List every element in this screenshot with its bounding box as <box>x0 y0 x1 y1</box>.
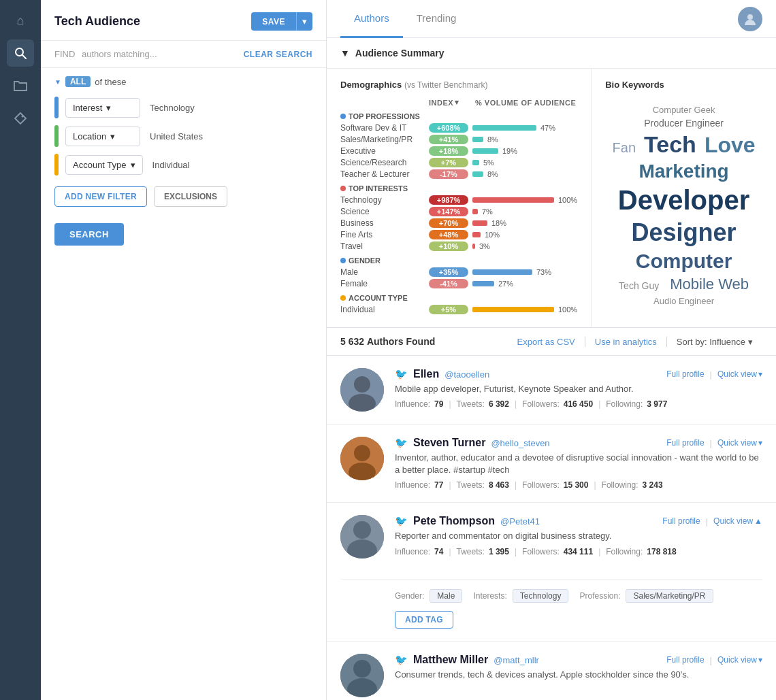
followers-val-ellen: 416 450 <box>564 399 593 409</box>
svg-point-2 <box>22 116 24 118</box>
tab-authors[interactable]: Authors <box>340 0 403 38</box>
svg-point-8 <box>354 445 370 461</box>
user-avatar[interactable] <box>738 7 762 31</box>
index-sort-icon[interactable]: ▾ <box>455 98 459 107</box>
sort-arrow-icon: ▾ <box>748 337 753 347</box>
sort-by-button[interactable]: Sort by: Influence ▾ <box>667 337 762 347</box>
pete-tag-row: Gender: Male Interests: Technology Profe… <box>395 589 762 603</box>
author-card-ellen: 🐦 Ellen @taooellen Full profile | Quick … <box>327 356 776 424</box>
gender-label-pete: Gender: <box>395 591 424 601</box>
divider-matthew: | <box>710 655 712 665</box>
nav-search-icon[interactable] <box>7 39 34 67</box>
demo-name-male: Male <box>340 267 429 277</box>
add-tag-button-pete[interactable]: ADD TAG <box>395 611 453 629</box>
bio-keywords-panel: Bio Keywords Computer Geek Producer Engi… <box>592 69 776 327</box>
full-profile-matthew[interactable]: Full profile <box>666 655 704 665</box>
full-profile-ellen[interactable]: Full profile <box>666 369 704 379</box>
content-area: ▼ Audience Summary Demographics (vs Twit… <box>327 38 776 700</box>
nav-home-icon[interactable]: ⌂ <box>7 7 34 34</box>
bar-fill-sales <box>472 137 483 142</box>
quick-view-pete[interactable]: Quick view ▲ <box>713 516 762 526</box>
word-audio-engineer: Audio Engineer <box>605 296 762 306</box>
search-button[interactable]: SEARCH <box>54 223 124 246</box>
demo-name-travel: Travel <box>340 241 429 251</box>
quick-view-matthew[interactable]: Quick view ▾ <box>717 655 762 665</box>
find-placeholder: authors matching... <box>82 49 157 59</box>
twitter-icon-pete: 🐦 <box>395 515 408 527</box>
dot-interests <box>340 186 346 191</box>
svg-point-5 <box>354 376 370 393</box>
bar-sales: 8% <box>472 135 498 144</box>
svg-point-11 <box>353 521 371 539</box>
section-account-type: ACCOUNT TYPE <box>340 294 577 302</box>
author-info-ellen: 🐦 Ellen @taooellen Full profile | Quick … <box>395 368 762 412</box>
vol-col-header: % VOLUME OF AUDIENCE <box>475 99 576 107</box>
influence-val-pete: 74 <box>434 547 443 556</box>
clear-search-button[interactable]: CLEAR SEARCH <box>244 50 312 59</box>
full-profile-steven[interactable]: Full profile <box>666 438 704 448</box>
demo-row-sci: Science/Research +7% 5% <box>340 158 577 167</box>
audience-summary-header[interactable]: ▼ Audience Summary <box>327 38 776 69</box>
demo-row-biz: Business +70% 18% <box>340 218 577 228</box>
demo-row-swdev: Software Dev & IT +608% 47% <box>340 123 577 133</box>
filter-type-location-label: Location <box>73 131 106 141</box>
author-info-pete: 🐦 Pete Thompson @Petet41 Full profile | … <box>395 515 762 559</box>
filter-type-account[interactable]: Account Type ▾ <box>65 155 143 175</box>
followers-val-pete: 434 111 <box>564 547 593 556</box>
tab-trending[interactable]: Trending <box>403 0 470 38</box>
vol-tech-int: 100% <box>558 196 577 204</box>
audience-summary-section: ▼ Audience Summary Demographics (vs Twit… <box>327 38 776 328</box>
demo-name-swdev: Software Dev & IT <box>340 123 429 133</box>
interests-label-pete: Interests: <box>473 591 506 601</box>
bar-individual: 100% <box>472 305 577 314</box>
collapse-icon[interactable]: ▼ <box>54 78 61 86</box>
bar-fill-swdev <box>472 125 536 131</box>
vol-arts: 10% <box>485 231 500 239</box>
bar-fill-sci <box>472 160 479 165</box>
divider-ellen: | <box>710 369 712 380</box>
dot-gender <box>340 258 346 263</box>
author-handle-steven: @hello_steven <box>491 438 549 448</box>
nav-folder-icon[interactable] <box>7 72 34 99</box>
interests-chip-pete: Technology <box>513 589 569 603</box>
use-in-analytics-button[interactable]: Use in analytics <box>585 337 667 347</box>
filter-type-interest[interactable]: Interest ▾ <box>65 98 140 118</box>
demo-row-exec: Executive +18% 19% <box>340 146 577 156</box>
author-card-pete: 🐦 Pete Thompson @Petet41 Full profile | … <box>327 503 776 641</box>
author-name-steven: Steven Turner <box>413 437 485 449</box>
section-professions: TOP PROFESSIONS <box>340 112 577 120</box>
bar-teacher: 8% <box>472 170 498 178</box>
exclusions-button[interactable]: EXCLUSIONS <box>154 186 227 207</box>
save-dropdown-button[interactable]: ▾ <box>296 12 312 31</box>
author-bio-steven: Inventor, author, educator and a devotee… <box>395 452 762 476</box>
summary-body: Demographics (vs Twitter Benchmark) INDE… <box>327 69 776 327</box>
save-button[interactable]: SAVE <box>251 12 296 31</box>
vol-male: 73% <box>536 268 551 276</box>
filter-row-interest: Interest ▾ Technology <box>54 97 312 118</box>
word-developer: Developer <box>605 185 762 216</box>
demo-name-exec: Executive <box>340 146 429 156</box>
influence-label-ellen: Influence: <box>395 399 430 409</box>
filter-type-location-arrow: ▾ <box>110 131 115 141</box>
full-profile-pete[interactable]: Full profile <box>662 516 700 526</box>
quick-view-ellen[interactable]: Quick view ▾ <box>717 369 762 379</box>
summary-toggle-icon: ▼ <box>340 48 350 59</box>
section-interests: TOP INTERESTS <box>340 184 577 193</box>
filter-type-location[interactable]: Location ▾ <box>65 127 140 146</box>
index-sci: +7% <box>429 158 468 167</box>
nav-tag-icon[interactable] <box>7 105 34 132</box>
filter-row-location: Location ▾ United States <box>54 125 312 147</box>
word-fan: Fan <box>613 140 636 156</box>
bar-science-int: 7% <box>472 207 493 216</box>
sidebar: ⌂ <box>0 0 41 700</box>
filter-type-interest-label: Interest <box>73 103 102 113</box>
quick-view-steven[interactable]: Quick view ▾ <box>717 438 762 448</box>
divider-pete: | <box>706 516 708 527</box>
tweets-val-pete: 1 395 <box>489 547 509 556</box>
bar-biz: 18% <box>472 219 506 227</box>
export-csv-button[interactable]: Export as CSV <box>508 337 585 347</box>
bio-keywords-title: Bio Keywords <box>605 80 762 90</box>
add-filter-button[interactable]: ADD NEW FILTER <box>54 186 147 207</box>
bar-sci: 5% <box>472 159 494 167</box>
author-stats-pete: Influence: 74 | Tweets: 1 395 | Follower… <box>395 547 762 556</box>
